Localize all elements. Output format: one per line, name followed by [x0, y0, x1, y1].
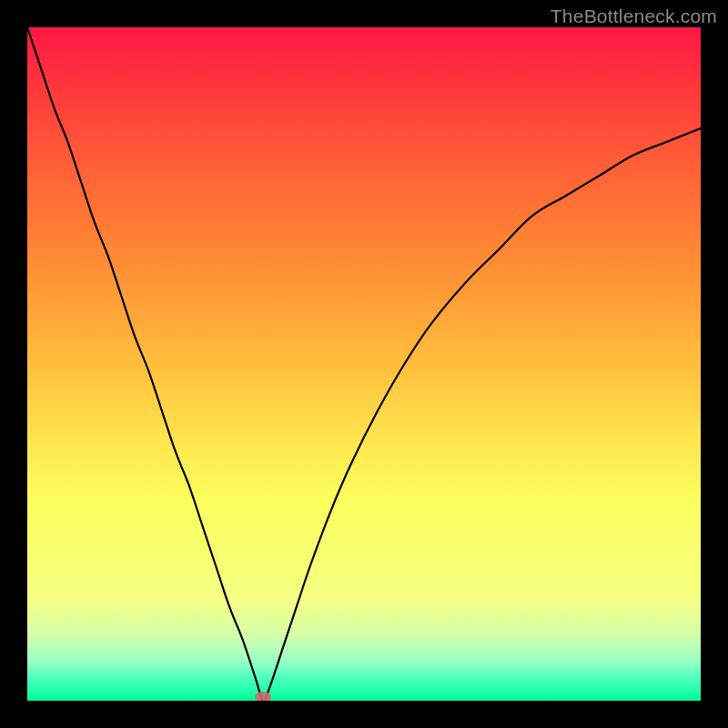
bottleneck-curve: [27, 27, 701, 701]
chart-frame: TheBottleneck.com: [0, 0, 728, 728]
curve-layer: [27, 27, 701, 701]
plot-area: [27, 27, 701, 701]
watermark-text: TheBottleneck.com: [551, 5, 717, 27]
